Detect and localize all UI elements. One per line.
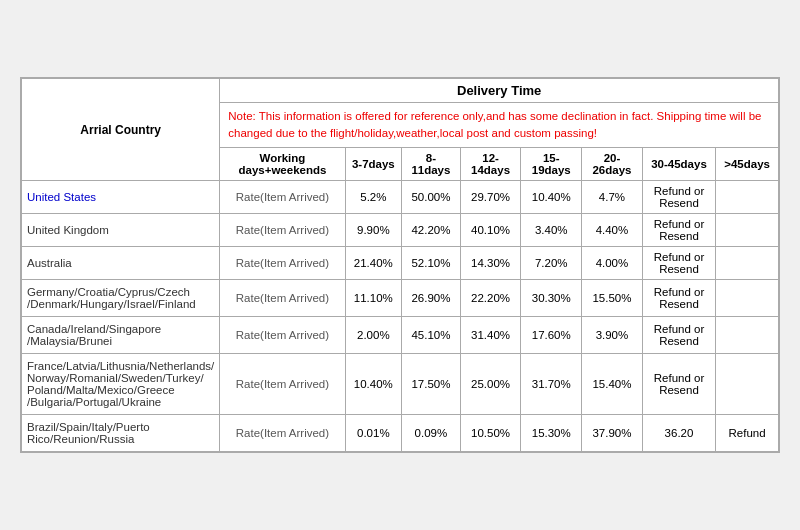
table-row: United KingdomRate(Item Arrived)9.90%42.…: [22, 214, 779, 247]
data-cell: Refund or Resend: [642, 247, 715, 280]
data-cell: 0.01%: [345, 415, 402, 452]
col-c5: 20-26days: [582, 148, 643, 181]
data-cell: 4.7%: [582, 181, 643, 214]
data-cell: 4.00%: [582, 247, 643, 280]
data-cell: [716, 247, 779, 280]
country-cell: Germany/Croatia/Cyprus/Czech/Denmark/Hun…: [22, 280, 220, 317]
arrival-country-header: Arrial Country: [22, 78, 220, 181]
country-link[interactable]: United States: [27, 191, 96, 203]
data-cell: 7.20%: [521, 247, 582, 280]
data-cell: 10.40%: [345, 354, 402, 415]
data-cell: 45.10%: [402, 317, 461, 354]
data-cell: 17.50%: [402, 354, 461, 415]
data-cell: 10.50%: [460, 415, 521, 452]
col-c6: 30-45days: [642, 148, 715, 181]
data-cell: 14.30%: [460, 247, 521, 280]
data-cell: [716, 181, 779, 214]
country-cell: France/Latvia/Lithusnia/Netherlands/Norw…: [22, 354, 220, 415]
data-cell: 17.60%: [521, 317, 582, 354]
col-c4: 15-19days: [521, 148, 582, 181]
data-cell: 36.20: [642, 415, 715, 452]
table-row: Brazil/Spain/Italy/PuertoRico/Reunion/Ru…: [22, 415, 779, 452]
data-cell: Refund or Resend: [642, 354, 715, 415]
data-cell: 26.90%: [402, 280, 461, 317]
data-cell: [716, 317, 779, 354]
rate-label: Rate(Item Arrived): [220, 317, 345, 354]
country-cell: United States: [22, 181, 220, 214]
data-cell: 15.40%: [582, 354, 643, 415]
data-cell: 22.20%: [460, 280, 521, 317]
data-cell: 9.90%: [345, 214, 402, 247]
data-cell: Refund: [716, 415, 779, 452]
data-cell: Refund or Resend: [642, 280, 715, 317]
country-cell: Australia: [22, 247, 220, 280]
data-cell: [716, 354, 779, 415]
note-cell: Note: This information is offered for re…: [220, 102, 779, 148]
rate-label: Rate(Item Arrived): [220, 280, 345, 317]
data-cell: 42.20%: [402, 214, 461, 247]
data-cell: 3.40%: [521, 214, 582, 247]
col-c7: >45days: [716, 148, 779, 181]
country-cell: United Kingdom: [22, 214, 220, 247]
data-cell: Refund or Resend: [642, 181, 715, 214]
table-row: Germany/Croatia/Cyprus/Czech/Denmark/Hun…: [22, 280, 779, 317]
col-c1: 3-7days: [345, 148, 402, 181]
data-cell: 21.40%: [345, 247, 402, 280]
data-cell: 11.10%: [345, 280, 402, 317]
table-row: Canada/Ireland/Singapore/Malaysia/Brunei…: [22, 317, 779, 354]
data-cell: 0.09%: [402, 415, 461, 452]
data-cell: Refund or Resend: [642, 317, 715, 354]
data-cell: 37.90%: [582, 415, 643, 452]
table-row: France/Latvia/Lithusnia/Netherlands/Norw…: [22, 354, 779, 415]
rate-label: Rate(Item Arrived): [220, 247, 345, 280]
country-cell: Canada/Ireland/Singapore/Malaysia/Brunei: [22, 317, 220, 354]
col-c3: 12-14days: [460, 148, 521, 181]
data-cell: 10.40%: [521, 181, 582, 214]
data-cell: 31.40%: [460, 317, 521, 354]
data-cell: 3.90%: [582, 317, 643, 354]
data-cell: Refund or Resend: [642, 214, 715, 247]
data-cell: 40.10%: [460, 214, 521, 247]
data-cell: 50.00%: [402, 181, 461, 214]
rate-label: Rate(Item Arrived): [220, 181, 345, 214]
table-row: United StatesRate(Item Arrived)5.2%50.00…: [22, 181, 779, 214]
data-cell: 4.40%: [582, 214, 643, 247]
data-cell: 25.00%: [460, 354, 521, 415]
rate-label: Rate(Item Arrived): [220, 354, 345, 415]
col-c2: 8-11days: [402, 148, 461, 181]
data-cell: 29.70%: [460, 181, 521, 214]
data-cell: 52.10%: [402, 247, 461, 280]
data-cell: 30.30%: [521, 280, 582, 317]
data-cell: [716, 214, 779, 247]
country-cell: Brazil/Spain/Italy/PuertoRico/Reunion/Ru…: [22, 415, 220, 452]
col-working: Working days+weekends: [220, 148, 345, 181]
data-cell: [716, 280, 779, 317]
rate-label: Rate(Item Arrived): [220, 415, 345, 452]
data-cell: 15.30%: [521, 415, 582, 452]
rate-label: Rate(Item Arrived): [220, 214, 345, 247]
data-cell: 5.2%: [345, 181, 402, 214]
data-cell: 2.00%: [345, 317, 402, 354]
data-cell: 15.50%: [582, 280, 643, 317]
delivery-table-container: Arrial Country Delivery Time Note: This …: [20, 77, 780, 454]
delivery-time-header: Delivery Time: [220, 78, 779, 102]
data-cell: 31.70%: [521, 354, 582, 415]
table-row: AustraliaRate(Item Arrived)21.40%52.10%1…: [22, 247, 779, 280]
